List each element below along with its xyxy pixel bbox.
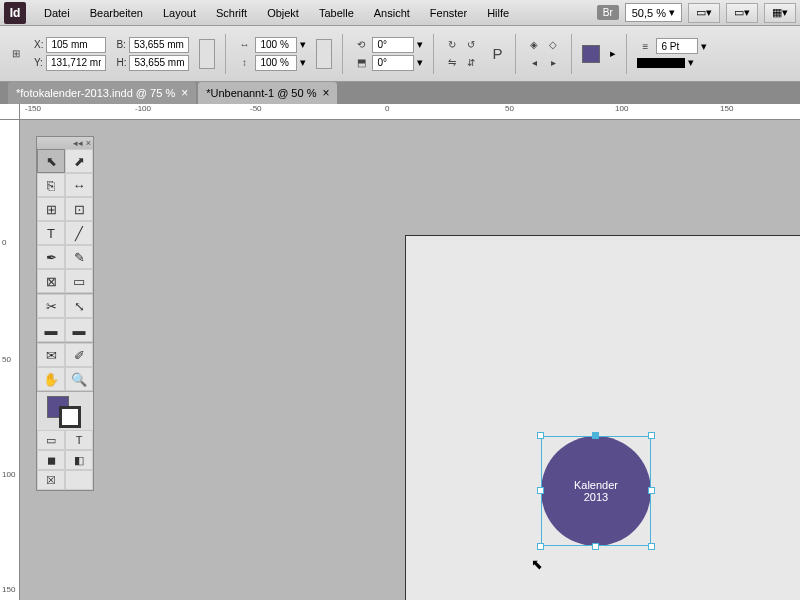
- free-transform-tool[interactable]: ⤡: [65, 294, 93, 318]
- close-icon[interactable]: ×: [322, 86, 329, 100]
- close-icon[interactable]: ×: [181, 86, 188, 100]
- rectangle-frame-tool[interactable]: ⊠: [37, 269, 65, 293]
- bridge-badge[interactable]: Br: [597, 5, 619, 20]
- formatting-text-icon[interactable]: T: [65, 430, 93, 450]
- y-label: Y:: [34, 57, 43, 68]
- content-collector-tool[interactable]: ⊞: [37, 197, 65, 221]
- handle-bl[interactable]: [537, 543, 544, 550]
- pen-tool[interactable]: ✒: [37, 245, 65, 269]
- handle-mr[interactable]: [648, 487, 655, 494]
- menubar: Id Datei Bearbeiten Layout Schrift Objek…: [0, 0, 800, 26]
- h-input[interactable]: [129, 55, 189, 71]
- menu-datei[interactable]: Datei: [34, 3, 80, 23]
- selection-box: [541, 436, 651, 546]
- menu-schrift[interactable]: Schrift: [206, 3, 257, 23]
- fill-swatch[interactable]: [582, 45, 600, 63]
- note-tool[interactable]: ✉: [37, 343, 65, 367]
- apply-gradient-icon[interactable]: ◧: [65, 450, 93, 470]
- scissors-tool[interactable]: ✂: [37, 294, 65, 318]
- fill-stroke-swatch[interactable]: [37, 392, 93, 430]
- handle-tl[interactable]: [537, 432, 544, 439]
- formatting-container-icon[interactable]: ▭: [37, 430, 65, 450]
- selection-tool[interactable]: ⬉: [37, 149, 65, 173]
- arrange-icon[interactable]: ▦▾: [764, 3, 796, 23]
- gradient-swatch-tool[interactable]: ▬: [37, 318, 65, 342]
- selected-object[interactable]: Kalender 2013: [541, 436, 651, 546]
- gap-tool[interactable]: ↔: [65, 173, 93, 197]
- tab-fotokalender[interactable]: *fotokalender-2013.indd @ 75 %×: [8, 82, 196, 104]
- p-icon[interactable]: P: [489, 46, 505, 62]
- line-tool[interactable]: ╱: [65, 221, 93, 245]
- rotate-ccw-icon[interactable]: ↺: [463, 37, 479, 53]
- gradient-feather-tool[interactable]: ▬: [65, 318, 93, 342]
- scale-x-icon: ↔: [236, 37, 252, 53]
- view-mode-icon[interactable]: [65, 470, 93, 490]
- link-scale-icon[interactable]: [316, 39, 332, 69]
- eyedropper-tool[interactable]: ✐: [65, 343, 93, 367]
- direct-selection-tool[interactable]: ⬈: [65, 149, 93, 173]
- select-content-icon[interactable]: ◇: [545, 37, 561, 53]
- rectangle-tool[interactable]: ▭: [65, 269, 93, 293]
- menu-layout[interactable]: Layout: [153, 3, 206, 23]
- zoom-tool[interactable]: 🔍: [65, 367, 93, 391]
- zoom-selector[interactable]: 50,5 %▾: [625, 3, 682, 22]
- tools-panel: ◂◂ × ⬉ ⬈ ⎘ ↔ ⊞ ⊡ T ╱ ✒ ✎ ⊠ ▭ ✂ ⤡ ▬ ▬ ✉ ✐…: [36, 136, 94, 491]
- cursor-icon: ⬉: [531, 556, 543, 572]
- w-input[interactable]: [129, 37, 189, 53]
- handle-br[interactable]: [648, 543, 655, 550]
- stroke-weight-icon: ≡: [637, 38, 653, 54]
- menu-fenster[interactable]: Fenster: [420, 3, 477, 23]
- page[interactable]: Kalender 2013 ⬉: [405, 235, 800, 600]
- vertical-ruler[interactable]: 0 50 100 150: [0, 120, 20, 600]
- flip-v-icon[interactable]: ⇵: [463, 55, 479, 71]
- view-options-icon[interactable]: ▭▾: [688, 3, 720, 23]
- flip-h-icon[interactable]: ⇋: [444, 55, 460, 71]
- tab-unbenannt[interactable]: *Unbenannt-1 @ 50 %×: [198, 82, 337, 104]
- handle-ml[interactable]: [537, 487, 544, 494]
- app-icon: Id: [4, 2, 26, 24]
- handle-bm[interactable]: [592, 543, 599, 550]
- hand-tool[interactable]: ✋: [37, 367, 65, 391]
- menu-ansicht[interactable]: Ansicht: [364, 3, 420, 23]
- scale-y-icon: ↕: [236, 55, 252, 71]
- scale-y-input[interactable]: [255, 55, 297, 71]
- h-label: H:: [116, 57, 126, 68]
- menu-bearbeiten[interactable]: Bearbeiten: [80, 3, 153, 23]
- w-label: B:: [116, 39, 125, 50]
- shear-icon: ⬒: [353, 55, 369, 71]
- apply-none-icon[interactable]: ☒: [37, 470, 65, 490]
- handle-tr[interactable]: [648, 432, 655, 439]
- menu-hilfe[interactable]: Hilfe: [477, 3, 519, 23]
- select-prev-icon[interactable]: ◂: [526, 55, 542, 71]
- panel-collapse-icon[interactable]: ◂◂ ×: [37, 137, 93, 149]
- link-wh-icon[interactable]: [199, 39, 215, 69]
- y-input[interactable]: [46, 55, 106, 71]
- select-container-icon[interactable]: ◈: [526, 37, 542, 53]
- canvas[interactable]: Kalender 2013 ⬉: [20, 120, 800, 600]
- rotate-cw-icon[interactable]: ↻: [444, 37, 460, 53]
- content-placer-tool[interactable]: ⊡: [65, 197, 93, 221]
- reference-point-icon[interactable]: ⊞: [8, 46, 24, 62]
- type-tool[interactable]: T: [37, 221, 65, 245]
- rotate-input[interactable]: [372, 37, 414, 53]
- stroke-style[interactable]: [637, 58, 685, 68]
- menu-tabelle[interactable]: Tabelle: [309, 3, 364, 23]
- ruler-origin[interactable]: [0, 104, 20, 120]
- control-bar: ⊞ X: Y: B: H: ↔▾ ↕▾ ⟲▾ ⬒▾ ↻↺ ⇋⇵ P ◈◇ ◂▸ …: [0, 26, 800, 82]
- handle-tm[interactable]: [592, 432, 599, 439]
- x-input[interactable]: [46, 37, 106, 53]
- menu-objekt[interactable]: Objekt: [257, 3, 309, 23]
- rotate-icon: ⟲: [353, 37, 369, 53]
- x-label: X:: [34, 39, 43, 50]
- pencil-tool[interactable]: ✎: [65, 245, 93, 269]
- horizontal-ruler[interactable]: -150 -100 -50 0 50 100 150 200: [20, 104, 800, 120]
- scale-x-input[interactable]: [255, 37, 297, 53]
- select-next-icon[interactable]: ▸: [545, 55, 561, 71]
- screen-mode-icon[interactable]: ▭▾: [726, 3, 758, 23]
- stroke-weight-input[interactable]: [656, 38, 698, 54]
- document-tabs: *fotokalender-2013.indd @ 75 %× *Unbenan…: [0, 82, 800, 104]
- apply-color-icon[interactable]: ◼: [37, 450, 65, 470]
- page-tool[interactable]: ⎘: [37, 173, 65, 197]
- shear-input[interactable]: [372, 55, 414, 71]
